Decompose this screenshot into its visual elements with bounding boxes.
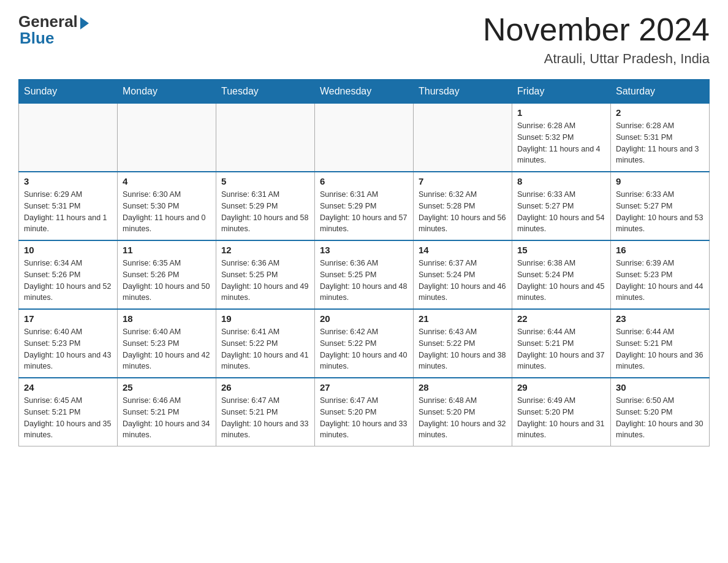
calendar-cell: 10Sunrise: 6:34 AMSunset: 5:26 PMDayligh… (19, 240, 118, 309)
day-info: Sunrise: 6:41 AMSunset: 5:22 PMDaylight:… (221, 326, 309, 372)
col-header-sunday: Sunday (19, 80, 118, 104)
day-info: Sunrise: 6:31 AMSunset: 5:29 PMDaylight:… (221, 189, 309, 235)
day-info: Sunrise: 6:36 AMSunset: 5:25 PMDaylight:… (320, 258, 408, 304)
day-number: 12 (221, 245, 309, 255)
location-subtitle: Atrauli, Uttar Pradesh, India (483, 51, 710, 67)
day-number: 16 (616, 245, 704, 255)
title-block: November 2024 Atrauli, Uttar Pradesh, In… (483, 12, 710, 67)
col-header-monday: Monday (118, 80, 216, 104)
day-number: 3 (24, 176, 112, 186)
calendar-cell: 27Sunrise: 6:47 AMSunset: 5:20 PMDayligh… (315, 378, 414, 446)
col-header-saturday: Saturday (611, 80, 710, 104)
calendar-cell: 5Sunrise: 6:31 AMSunset: 5:29 PMDaylight… (216, 172, 315, 240)
day-number: 24 (24, 382, 112, 393)
day-number: 8 (517, 176, 605, 186)
calendar-cell: 21Sunrise: 6:43 AMSunset: 5:22 PMDayligh… (414, 309, 512, 378)
calendar-cell: 26Sunrise: 6:47 AMSunset: 5:21 PMDayligh… (216, 378, 315, 446)
day-info: Sunrise: 6:42 AMSunset: 5:22 PMDaylight:… (320, 326, 408, 372)
day-info: Sunrise: 6:35 AMSunset: 5:26 PMDaylight:… (123, 258, 211, 304)
page-header: General Blue November 2024 Atrauli, Utta… (18, 12, 710, 67)
day-info: Sunrise: 6:34 AMSunset: 5:26 PMDaylight:… (24, 258, 112, 304)
day-info: Sunrise: 6:28 AMSunset: 5:32 PMDaylight:… (517, 120, 605, 166)
calendar-week-row-2: 3Sunrise: 6:29 AMSunset: 5:31 PMDaylight… (19, 172, 710, 240)
calendar-cell: 7Sunrise: 6:32 AMSunset: 5:28 PMDaylight… (414, 172, 512, 240)
day-info: Sunrise: 6:44 AMSunset: 5:21 PMDaylight:… (517, 326, 605, 372)
calendar-week-row-5: 24Sunrise: 6:45 AMSunset: 5:21 PMDayligh… (19, 378, 710, 446)
calendar-cell: 16Sunrise: 6:39 AMSunset: 5:23 PMDayligh… (611, 240, 710, 309)
calendar-cell: 6Sunrise: 6:31 AMSunset: 5:29 PMDaylight… (315, 172, 414, 240)
day-info: Sunrise: 6:49 AMSunset: 5:20 PMDaylight:… (517, 395, 605, 441)
day-number: 14 (419, 245, 507, 255)
day-info: Sunrise: 6:37 AMSunset: 5:24 PMDaylight:… (419, 258, 507, 304)
day-info: Sunrise: 6:47 AMSunset: 5:21 PMDaylight:… (221, 395, 309, 441)
day-number: 6 (320, 176, 408, 186)
day-number: 28 (419, 382, 507, 393)
calendar-cell: 24Sunrise: 6:45 AMSunset: 5:21 PMDayligh… (19, 378, 118, 446)
calendar-table: Sunday Monday Tuesday Wednesday Thursday… (18, 79, 710, 446)
logo-arrow-icon (80, 17, 89, 29)
col-header-friday: Friday (512, 80, 611, 104)
day-info: Sunrise: 6:28 AMSunset: 5:31 PMDaylight:… (616, 120, 704, 166)
logo-blue-text: Blue (18, 29, 54, 48)
calendar-cell (414, 104, 512, 172)
day-number: 18 (123, 313, 211, 324)
calendar-cell: 4Sunrise: 6:30 AMSunset: 5:30 PMDaylight… (118, 172, 216, 240)
calendar-cell: 2Sunrise: 6:28 AMSunset: 5:31 PMDaylight… (611, 104, 710, 172)
calendar-cell: 18Sunrise: 6:40 AMSunset: 5:23 PMDayligh… (118, 309, 216, 378)
day-number: 20 (320, 313, 408, 324)
day-number: 29 (517, 382, 605, 393)
day-info: Sunrise: 6:40 AMSunset: 5:23 PMDaylight:… (24, 326, 112, 372)
day-number: 19 (221, 313, 309, 324)
day-number: 2 (616, 107, 704, 118)
col-header-wednesday: Wednesday (315, 80, 414, 104)
day-number: 27 (320, 382, 408, 393)
day-number: 1 (517, 107, 605, 118)
day-info: Sunrise: 6:50 AMSunset: 5:20 PMDaylight:… (616, 395, 704, 441)
day-number: 11 (123, 245, 211, 255)
calendar-header-row: Sunday Monday Tuesday Wednesday Thursday… (19, 80, 710, 104)
day-number: 5 (221, 176, 309, 186)
day-info: Sunrise: 6:33 AMSunset: 5:27 PMDaylight:… (616, 189, 704, 235)
day-number: 21 (419, 313, 507, 324)
calendar-cell: 1Sunrise: 6:28 AMSunset: 5:32 PMDaylight… (512, 104, 611, 172)
month-year-title: November 2024 (483, 12, 710, 47)
calendar-week-row-3: 10Sunrise: 6:34 AMSunset: 5:26 PMDayligh… (19, 240, 710, 309)
calendar-cell: 19Sunrise: 6:41 AMSunset: 5:22 PMDayligh… (216, 309, 315, 378)
day-info: Sunrise: 6:30 AMSunset: 5:30 PMDaylight:… (123, 189, 211, 235)
day-info: Sunrise: 6:39 AMSunset: 5:23 PMDaylight:… (616, 258, 704, 304)
calendar-cell (118, 104, 216, 172)
day-info: Sunrise: 6:31 AMSunset: 5:29 PMDaylight:… (320, 189, 408, 235)
calendar-cell: 25Sunrise: 6:46 AMSunset: 5:21 PMDayligh… (118, 378, 216, 446)
calendar-cell: 9Sunrise: 6:33 AMSunset: 5:27 PMDaylight… (611, 172, 710, 240)
day-number: 15 (517, 245, 605, 255)
day-info: Sunrise: 6:32 AMSunset: 5:28 PMDaylight:… (419, 189, 507, 235)
day-info: Sunrise: 6:36 AMSunset: 5:25 PMDaylight:… (221, 258, 309, 304)
col-header-thursday: Thursday (414, 80, 512, 104)
day-number: 17 (24, 313, 112, 324)
calendar-cell: 22Sunrise: 6:44 AMSunset: 5:21 PMDayligh… (512, 309, 611, 378)
day-info: Sunrise: 6:48 AMSunset: 5:20 PMDaylight:… (419, 395, 507, 441)
day-info: Sunrise: 6:29 AMSunset: 5:31 PMDaylight:… (24, 189, 112, 235)
day-info: Sunrise: 6:46 AMSunset: 5:21 PMDaylight:… (123, 395, 211, 441)
day-number: 30 (616, 382, 704, 393)
calendar-cell: 8Sunrise: 6:33 AMSunset: 5:27 PMDaylight… (512, 172, 611, 240)
day-number: 10 (24, 245, 112, 255)
calendar-cell: 28Sunrise: 6:48 AMSunset: 5:20 PMDayligh… (414, 378, 512, 446)
calendar-cell: 23Sunrise: 6:44 AMSunset: 5:21 PMDayligh… (611, 309, 710, 378)
calendar-cell: 14Sunrise: 6:37 AMSunset: 5:24 PMDayligh… (414, 240, 512, 309)
day-info: Sunrise: 6:45 AMSunset: 5:21 PMDaylight:… (24, 395, 112, 441)
col-header-tuesday: Tuesday (216, 80, 315, 104)
day-number: 13 (320, 245, 408, 255)
calendar-cell: 12Sunrise: 6:36 AMSunset: 5:25 PMDayligh… (216, 240, 315, 309)
day-info: Sunrise: 6:33 AMSunset: 5:27 PMDaylight:… (517, 189, 605, 235)
calendar-cell: 17Sunrise: 6:40 AMSunset: 5:23 PMDayligh… (19, 309, 118, 378)
day-number: 23 (616, 313, 704, 324)
day-info: Sunrise: 6:47 AMSunset: 5:20 PMDaylight:… (320, 395, 408, 441)
calendar-cell: 11Sunrise: 6:35 AMSunset: 5:26 PMDayligh… (118, 240, 216, 309)
calendar-cell: 3Sunrise: 6:29 AMSunset: 5:31 PMDaylight… (19, 172, 118, 240)
day-info: Sunrise: 6:38 AMSunset: 5:24 PMDaylight:… (517, 258, 605, 304)
calendar-week-row-4: 17Sunrise: 6:40 AMSunset: 5:23 PMDayligh… (19, 309, 710, 378)
logo: General Blue (18, 12, 89, 48)
calendar-cell: 13Sunrise: 6:36 AMSunset: 5:25 PMDayligh… (315, 240, 414, 309)
calendar-cell (315, 104, 414, 172)
